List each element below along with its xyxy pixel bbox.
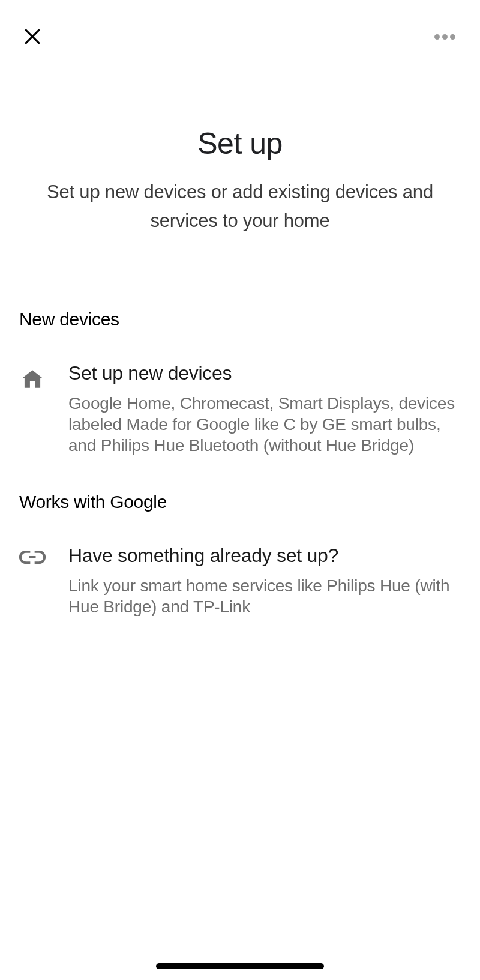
- more-icon: [442, 34, 448, 40]
- close-button[interactable]: [20, 25, 44, 49]
- link-services-item[interactable]: Have something already set up? Link your…: [19, 545, 461, 617]
- item-text-container: Have something already set up? Link your…: [68, 545, 455, 617]
- content-area: New devices Set up new devices Google Ho…: [0, 280, 480, 617]
- page-title: Set up: [30, 126, 450, 161]
- item-title: Have something already set up?: [68, 545, 455, 567]
- hero-section: Set up Set up new devices or add existin…: [0, 54, 480, 280]
- item-title: Set up new devices: [68, 362, 455, 384]
- item-description: Link your smart home services like Phili…: [68, 575, 455, 617]
- section-header-new-devices: New devices: [19, 309, 461, 330]
- home-icon: [19, 362, 46, 390]
- setup-new-devices-item[interactable]: Set up new devices Google Home, Chromeca…: [19, 362, 461, 456]
- section-header-works-with-google: Works with Google: [19, 492, 461, 512]
- page-subtitle: Set up new devices or add existing devic…: [30, 178, 450, 235]
- item-description: Google Home, Chromecast, Smart Displays,…: [68, 393, 455, 456]
- more-icon: [450, 34, 455, 40]
- item-text-container: Set up new devices Google Home, Chromeca…: [68, 362, 455, 456]
- link-icon: [19, 545, 46, 564]
- more-options-button[interactable]: [430, 25, 460, 49]
- close-icon: [23, 27, 42, 46]
- home-indicator[interactable]: [156, 963, 324, 969]
- more-icon: [434, 34, 440, 40]
- header-bar: [0, 0, 480, 54]
